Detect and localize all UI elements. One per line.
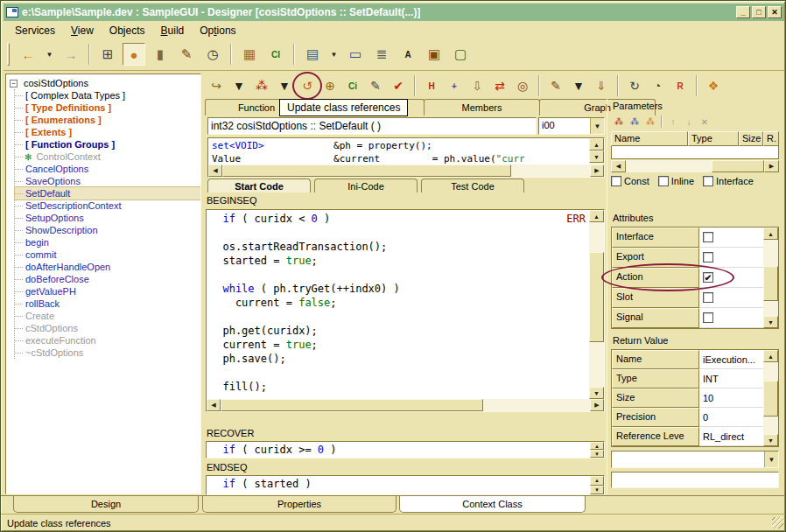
attributes-vscrollbar[interactable]: ▲ ▼: [763, 228, 778, 328]
move-up-button[interactable]: ↑: [665, 115, 681, 129]
add-function-button[interactable]: +: [444, 75, 465, 96]
chevron-down-icon[interactable]: ▼: [764, 452, 778, 467]
image-button[interactable]: ▣: [423, 43, 446, 66]
tree-item[interactable]: commit: [15, 248, 200, 261]
tab-test-code[interactable]: Test Code: [421, 178, 524, 192]
scroll-left-icon[interactable]: ◀: [611, 160, 626, 172]
spin-up-icon[interactable]: ▲: [590, 476, 604, 486]
close-button[interactable]: ✕: [768, 6, 782, 18]
column-header-name[interactable]: Name: [611, 131, 688, 146]
edit-code-button[interactable]: ✎: [545, 75, 566, 96]
instance-combo[interactable]: i00 ▼: [538, 117, 605, 135]
tree-item[interactable]: [ Complex Data Types ]: [15, 89, 200, 102]
view-tab-properties[interactable]: Properties: [202, 496, 397, 513]
tree-item[interactable]: SaveOptions: [15, 175, 200, 187]
font-button[interactable]: A: [397, 43, 419, 66]
tree-item[interactable]: executeFunction: [15, 334, 200, 346]
endseq-spinner[interactable]: ▲ ▼: [590, 476, 604, 494]
table-view-dropdown[interactable]: ▼: [327, 43, 340, 66]
endseq-code[interactable]: if ( started ): [207, 476, 590, 494]
scroll-right-icon[interactable]: ▶: [590, 164, 604, 177]
context-combo[interactable]: ▼: [611, 451, 779, 468]
device-button[interactable]: ▮: [149, 43, 172, 66]
tab-ini-code[interactable]: Ini-Code: [314, 178, 418, 192]
column-header-size[interactable]: Size: [739, 131, 763, 146]
scroll-right-icon[interactable]: ▶: [590, 399, 604, 411]
copy-parameter-button[interactable]: ⁂: [642, 115, 658, 129]
return-value-cell[interactable]: INT: [699, 369, 763, 388]
action-checkbox[interactable]: ✔: [703, 272, 713, 283]
tree-item[interactable]: ✻ControlContext: [15, 150, 200, 163]
tree-item[interactable]: rollBack: [15, 298, 200, 310]
parameters-hscrollbar[interactable]: ◀ ▶: [611, 160, 779, 172]
scrollbar-thumb[interactable]: [712, 160, 764, 172]
refactor-button[interactable]: R: [670, 75, 691, 96]
tree-item[interactable]: [ Function Groups ]: [15, 138, 200, 150]
clock-button[interactable]: ◷: [201, 43, 224, 66]
open-class-button[interactable]: ↪: [206, 75, 227, 96]
resize-grip[interactable]: [772, 517, 783, 528]
scrollbar-thumb[interactable]: [221, 399, 483, 411]
tree-item[interactable]: doBeforeClose: [15, 273, 200, 285]
com-function-button[interactable]: ◎: [512, 75, 533, 96]
designer-mode-button[interactable]: ●: [123, 43, 145, 66]
tree-root[interactable]: −cosiStdOptions: [6, 77, 200, 89]
edit-code-dropdown[interactable]: ▼: [568, 75, 589, 96]
scroll-up-icon[interactable]: ▲: [763, 350, 778, 362]
export-class-button[interactable]: ⊕: [319, 75, 340, 96]
toolbar-grip[interactable]: [7, 43, 10, 66]
new-function-button[interactable]: ⁂: [251, 75, 272, 96]
chevron-down-icon[interactable]: ▼: [590, 118, 604, 134]
save-class-button[interactable]: ✔: [388, 75, 409, 96]
recover-spinner[interactable]: ▲ ▼: [590, 442, 604, 458]
tree-item[interactable]: [ Enumerations ]: [15, 114, 200, 126]
tree-item[interactable]: getValuePH: [15, 285, 200, 298]
tab-start-code[interactable]: Start Code: [207, 178, 311, 192]
beginseq-editor[interactable]: if ( curidx < 0 )ERR os.startReadTransac…: [206, 209, 605, 412]
scroll-right-icon[interactable]: ▶: [764, 160, 779, 172]
export-checkbox[interactable]: [703, 252, 713, 262]
tree-item[interactable]: Create: [15, 310, 200, 322]
parameters-empty-row[interactable]: [611, 146, 779, 159]
tree-item[interactable]: CancelOptions: [15, 163, 200, 175]
scrollbar-thumb[interactable]: [589, 252, 604, 342]
back-history-dropdown[interactable]: ▼: [43, 43, 56, 66]
view-tab-context-class[interactable]: Context Class: [399, 496, 586, 513]
recover-editor[interactable]: if ( curidx >= 0 ) ▲ ▼: [206, 441, 605, 458]
menu-item-build[interactable]: Build: [153, 24, 193, 38]
declaration-preview[interactable]: set<VOID> &ph = property();Value &curren…: [207, 137, 605, 178]
class-tree[interactable]: −cosiStdOptions[ Complex Data Types ][ T…: [5, 74, 201, 494]
declaration-code[interactable]: set<VOID> &ph = property();Value &curren…: [208, 138, 589, 164]
grid-button[interactable]: ▦: [238, 43, 261, 66]
add-parameter-button[interactable]: ⁂: [611, 115, 627, 129]
return-vscrollbar[interactable]: ▲ ▼: [763, 350, 778, 446]
back-button[interactable]: ←: [17, 43, 39, 66]
graph-node-button[interactable]: ❖: [703, 75, 724, 96]
preview-hscrollbar[interactable]: ◀ ▶: [208, 164, 604, 177]
form-editor-button[interactable]: ▢: [449, 43, 472, 66]
tree-item[interactable]: ~cStdOptions: [15, 346, 200, 359]
calculator-button[interactable]: ≣: [370, 43, 393, 66]
tree-expander-icon[interactable]: −: [10, 80, 18, 88]
spin-down-icon[interactable]: ▼: [590, 450, 604, 458]
context-field[interactable]: [611, 472, 779, 488]
return-value-cell[interactable]: iExecution...: [699, 350, 763, 369]
menu-item-objects[interactable]: Objects: [102, 24, 153, 38]
view-tab-design[interactable]: Design: [13, 496, 199, 513]
header-function-button[interactable]: H: [421, 75, 442, 96]
tree-item[interactable]: cStdOptions: [15, 322, 200, 334]
scrollbar-thumb[interactable]: [763, 266, 778, 300]
tree-item[interactable]: SetDescriptionContext: [15, 200, 200, 212]
object-tree-button[interactable]: ⊞: [96, 43, 119, 66]
sync-button[interactable]: ↻: [624, 75, 645, 96]
return-value-cell[interactable]: 10: [699, 388, 763, 408]
return-value-cell[interactable]: RL_direct: [699, 427, 763, 446]
move-down-button[interactable]: ↓: [681, 115, 697, 129]
const-checkbox[interactable]: [611, 176, 621, 186]
spin-down-icon[interactable]: ▼: [590, 486, 604, 495]
column-header-r[interactable]: R.: [763, 131, 779, 146]
menu-item-options[interactable]: Options: [192, 24, 243, 38]
edit-class-button[interactable]: ✎: [365, 75, 386, 96]
spin-up-icon[interactable]: ▲: [590, 442, 604, 450]
title-bar[interactable]: e:\Sample\Sample.dev : SampleGUI - Desig…: [4, 4, 784, 21]
